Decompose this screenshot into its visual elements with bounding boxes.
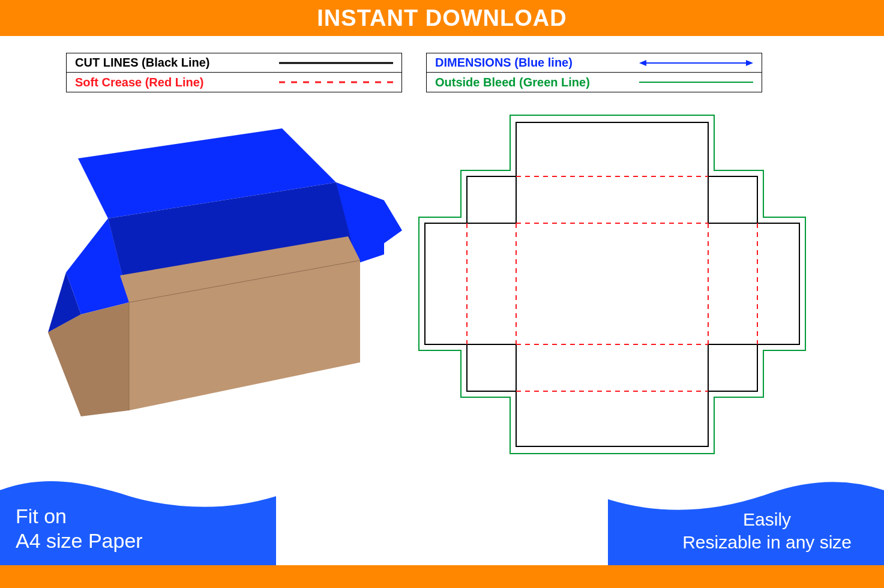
bottom-left-line2: A4 size Paper xyxy=(16,529,143,553)
content-area xyxy=(0,92,884,536)
legend-table-left: CUT LINES (Black Line) Soft Crease (Red … xyxy=(66,53,402,92)
footer-banner xyxy=(0,565,884,588)
bottom-left-line1: Fit on xyxy=(16,504,143,529)
bottom-right-text: Easily Resizable in any size xyxy=(682,508,852,553)
legend-label-cut: CUT LINES (Black Line) xyxy=(75,56,279,70)
svg-marker-16 xyxy=(48,314,81,416)
cut-line-sample xyxy=(279,57,393,69)
legend-row-crease: Soft Crease (Red Line) xyxy=(67,73,401,92)
legend-row-dim: DIMENSIONS (Blue line) xyxy=(427,53,762,73)
bottom-right-line2: Resizable in any size xyxy=(682,531,852,554)
crease-line-sample xyxy=(279,76,393,88)
bleed-line-sample xyxy=(639,76,753,88)
bottom-right-line1: Easily xyxy=(682,508,852,531)
dimension-line-sample xyxy=(639,57,753,69)
legend-label-crease: Soft Crease (Red Line) xyxy=(75,76,279,89)
legend-label-dim: DIMENSIONS (Blue line) xyxy=(435,56,639,70)
bottom-left-text: Fit on A4 size Paper xyxy=(16,504,143,553)
header-title: INSTANT DOWNLOAD xyxy=(317,5,567,31)
legend-table-right: DIMENSIONS (Blue line) Outside Bleed (Gr… xyxy=(426,53,762,92)
svg-marker-3 xyxy=(639,60,646,66)
svg-marker-4 xyxy=(746,60,753,66)
legend-row-cut: CUT LINES (Black Line) xyxy=(67,53,401,73)
dieline-flat-layout xyxy=(414,110,810,446)
header-banner: INSTANT DOWNLOAD xyxy=(0,0,884,36)
legend-row-bleed: Outside Bleed (Green Line) xyxy=(427,73,762,92)
legend-container: CUT LINES (Black Line) Soft Crease (Red … xyxy=(0,36,884,92)
legend-label-bleed: Outside Bleed (Green Line) xyxy=(435,76,639,89)
box-3d-illustration xyxy=(24,110,414,446)
